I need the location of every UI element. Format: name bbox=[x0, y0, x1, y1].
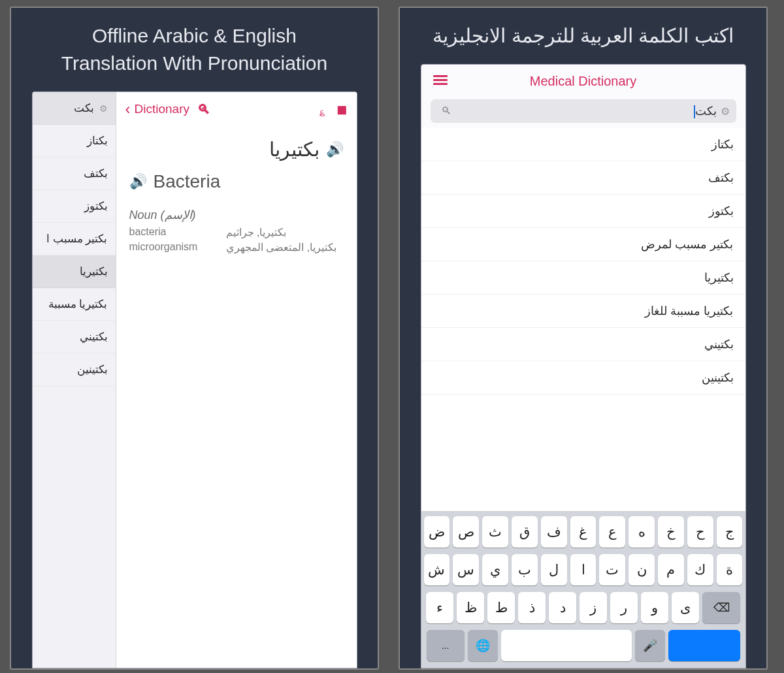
search-value: بكت bbox=[695, 105, 717, 118]
result-item[interactable]: بكتيريا مسببة للغاز bbox=[421, 295, 745, 328]
result-item[interactable]: بكتف bbox=[421, 161, 745, 195]
key-globe[interactable]: 🌐 bbox=[468, 630, 498, 661]
gear-icon: ⚙ bbox=[99, 103, 108, 114]
language-toggle-icon[interactable]: ؏ bbox=[318, 102, 326, 117]
definition-row: bacteriaبكتيريا, جراثيم bbox=[129, 226, 344, 238]
key-letter[interactable]: ت bbox=[599, 554, 625, 585]
sidebar-item[interactable]: بكتير مسبب ا bbox=[33, 223, 116, 255]
key-letter[interactable]: ى bbox=[672, 592, 699, 623]
key-return[interactable] bbox=[668, 630, 740, 661]
definition-ar: بكتيريا, جراثيم bbox=[226, 226, 287, 238]
result-item[interactable]: بكتيريا bbox=[421, 261, 745, 295]
key-letter[interactable]: ق bbox=[512, 516, 538, 548]
sidebar-item[interactable]: بكتاز bbox=[33, 125, 116, 157]
result-item[interactable]: بكتيني bbox=[421, 328, 745, 361]
result-item[interactable]: بكتينين bbox=[421, 361, 745, 395]
phone-screen-right: Medical Dictionary ⚙ بكت 🔍︎ بكتازبكتفبكت… bbox=[421, 64, 746, 668]
key-mic[interactable]: 🎤 bbox=[635, 630, 665, 661]
word-sidebar: ⚙ بكت بكتازبكتفبكتوزبكتير مسبب ابكتيرياب… bbox=[33, 92, 116, 668]
key-letter[interactable]: ظ bbox=[457, 592, 484, 623]
headword-row-arabic: بكتيريا 🔊 bbox=[116, 125, 357, 166]
key-backspace[interactable]: ⌫ bbox=[702, 592, 740, 623]
definition-en: bacteria bbox=[129, 226, 208, 238]
key-letter[interactable]: ض bbox=[424, 516, 450, 548]
key-letter[interactable]: ة bbox=[717, 554, 743, 585]
key-letter[interactable]: س bbox=[453, 554, 479, 585]
key-letter[interactable]: ط bbox=[487, 592, 515, 623]
result-item[interactable]: بكتير مسبب لمرض bbox=[421, 228, 745, 261]
gear-icon[interactable]: ⚙ bbox=[721, 105, 730, 118]
sidebar-item[interactable]: بكتينين bbox=[33, 353, 116, 386]
key-letter[interactable]: ذ bbox=[518, 592, 546, 623]
promo-panel-right: اكتب الكلمة العربية للترجمة الانجليزية M… bbox=[399, 7, 768, 670]
speaker-icon[interactable]: 🔊 bbox=[129, 173, 147, 190]
sidebar-query-field[interactable]: ⚙ بكت bbox=[33, 92, 116, 125]
keyboard-bottom-row: ... 🌐 🎤 bbox=[424, 630, 743, 661]
definition-en: microorganism bbox=[129, 241, 208, 254]
detail-navbar: ‹ Dictionary 🔍︎ ؏ ◼ bbox=[116, 92, 357, 125]
key-letter[interactable]: ر bbox=[610, 592, 638, 623]
headword-row-english: 🔊 Bacteria bbox=[116, 166, 357, 205]
result-item[interactable]: بكتوز bbox=[421, 195, 745, 228]
key-letter[interactable]: غ bbox=[570, 516, 596, 548]
key-letter[interactable]: ن bbox=[629, 554, 655, 585]
speaker-icon[interactable]: 🔊 bbox=[326, 141, 344, 158]
arabic-keyboard: ضصثقفغعهخحج شسيبلاتنمكة ءظطذدزروى⌫ ... 🌐… bbox=[421, 511, 745, 668]
part-of-speech: Noun (الإسم) bbox=[129, 208, 344, 222]
search-input[interactable]: ⚙ بكت 🔍︎ bbox=[431, 99, 736, 123]
key-letter[interactable]: ي bbox=[482, 554, 508, 585]
phone-screen-left: ⚙ بكت بكتازبكتفبكتوزبكتير مسبب ابكتيرياب… bbox=[32, 91, 357, 668]
key-space[interactable] bbox=[501, 630, 632, 661]
key-letter[interactable]: ه bbox=[629, 516, 655, 548]
promo-panel-left: Offline Arabic & EnglishTranslation With… bbox=[10, 7, 379, 670]
key-letter[interactable]: ع bbox=[599, 516, 625, 548]
sidebar-item[interactable]: بكتوز bbox=[33, 190, 116, 223]
key-letter[interactable]: د bbox=[549, 592, 576, 623]
promo-title-right: اكتب الكلمة العربية للترجمة الانجليزية bbox=[419, 22, 746, 50]
sidebar-query-text: بكت bbox=[74, 101, 94, 115]
key-letter[interactable]: ح bbox=[687, 516, 713, 548]
sidebar-item[interactable]: بكتيريا bbox=[33, 255, 116, 288]
back-icon[interactable]: ‹ bbox=[125, 100, 131, 118]
key-letter[interactable]: ب bbox=[512, 554, 538, 585]
key-letter[interactable]: و bbox=[641, 592, 668, 623]
app-header: Medical Dictionary bbox=[421, 65, 745, 95]
key-letter[interactable]: ف bbox=[541, 516, 567, 548]
sidebar-item[interactable]: بكتيني bbox=[33, 321, 116, 353]
definition-block: Noun (الإسم) bacteriaبكتيريا, جراثيمmicr… bbox=[116, 205, 357, 254]
key-numbers[interactable]: ... bbox=[427, 630, 465, 661]
back-label[interactable]: Dictionary bbox=[135, 102, 189, 116]
key-letter[interactable]: ل bbox=[541, 554, 567, 585]
search-icon: 🔍︎ bbox=[441, 105, 451, 117]
headword-english: Bacteria bbox=[154, 171, 221, 192]
definition-ar: بكتيريا, المتعضى المجهري bbox=[226, 241, 336, 254]
key-letter[interactable]: ا bbox=[570, 554, 596, 585]
key-letter[interactable]: خ bbox=[658, 516, 684, 548]
key-letter[interactable]: ك bbox=[687, 554, 713, 585]
headword-arabic: بكتيريا bbox=[269, 138, 319, 161]
key-letter[interactable]: ث bbox=[482, 516, 508, 548]
sidebar-item[interactable]: بكتف bbox=[33, 157, 116, 190]
key-letter[interactable]: ء bbox=[426, 592, 453, 623]
search-icon[interactable]: 🔍︎ bbox=[197, 102, 210, 117]
app-title: Medical Dictionary bbox=[530, 74, 636, 89]
key-letter[interactable]: ز bbox=[580, 592, 607, 623]
results-list: بكتازبكتفبكتوزبكتير مسبب لمرضبكتيريابكتي… bbox=[421, 128, 745, 511]
key-letter[interactable]: ش bbox=[424, 554, 450, 585]
detail-pane: ‹ Dictionary 🔍︎ ؏ ◼ بكتيريا 🔊 🔊 Bacteria… bbox=[116, 92, 357, 668]
menu-icon[interactable] bbox=[433, 75, 448, 85]
key-letter[interactable]: م bbox=[658, 554, 684, 585]
sidebar-item[interactable]: بكتيريا مسببة bbox=[33, 288, 116, 321]
bookmark-icon[interactable]: ◼ bbox=[336, 101, 348, 117]
result-item[interactable]: بكتاز bbox=[421, 128, 745, 161]
definition-row: microorganismبكتيريا, المتعضى المجهري bbox=[129, 241, 344, 254]
key-letter[interactable]: ج bbox=[717, 516, 743, 548]
promo-title-left: Offline Arabic & EnglishTranslation With… bbox=[48, 22, 340, 77]
key-letter[interactable]: ص bbox=[453, 516, 479, 548]
